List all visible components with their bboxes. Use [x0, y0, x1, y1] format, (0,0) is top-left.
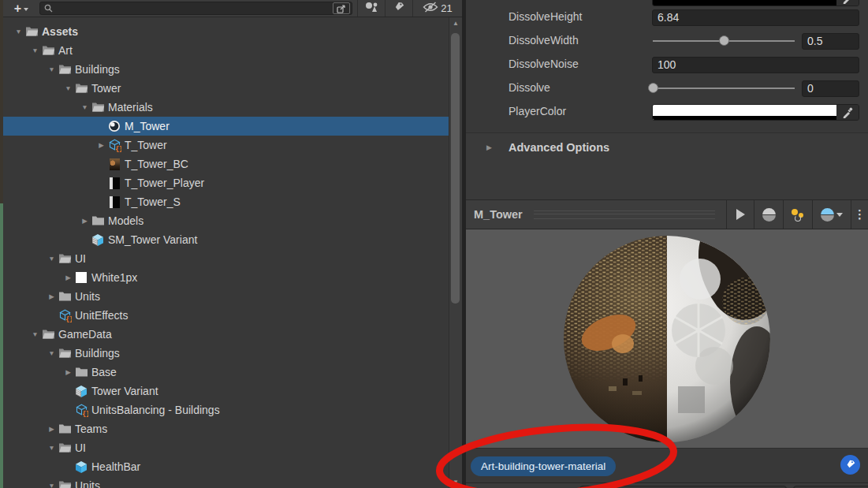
property-value-field[interactable]: 6.84 [652, 9, 859, 26]
expander-closed-icon[interactable]: ▶ [79, 211, 91, 230]
tex-brown-icon [107, 157, 121, 171]
vertical-scrollbar[interactable]: ▲ ▼ [449, 17, 462, 488]
expander-open-icon[interactable]: ▼ [62, 79, 74, 98]
tree-row[interactable]: ▼UI [3, 438, 449, 457]
tree-item-label: GameData [58, 328, 112, 341]
tree-row[interactable]: Tower Variant [3, 382, 449, 400]
search-box[interactable] [39, 2, 352, 15]
object-picker-icon[interactable] [333, 2, 350, 14]
scrollbar-thumb[interactable] [451, 33, 460, 304]
tree-row[interactable]: ▶Units [3, 287, 449, 306]
create-button[interactable]: + [3, 0, 39, 17]
expander-closed-icon[interactable]: ▶ [95, 136, 107, 155]
tree-row[interactable]: ▼Buildings [3, 344, 449, 363]
tree-item-label: Buildings [75, 347, 120, 359]
tree-row[interactable]: SM_Tower Variant [3, 230, 449, 249]
scroll-up-icon[interactable]: ▲ [449, 20, 462, 27]
expander-open-icon[interactable]: ▼ [46, 344, 58, 363]
slider-value-field[interactable]: 0.5 [802, 33, 859, 50]
asset-label-button[interactable] [840, 455, 860, 475]
tex-bw-icon [107, 195, 121, 209]
preview-render-mode-button[interactable] [812, 200, 851, 229]
tree-row[interactable]: ▼Units [3, 476, 449, 488]
tree-row[interactable]: ▼Buildings [3, 60, 449, 79]
slider-value-field[interactable]: 0 [802, 80, 859, 97]
tree-row[interactable]: T_Tower_BC [3, 155, 449, 173]
preview-header: M_Tower ⋮ [466, 199, 868, 229]
expander-open-icon[interactable]: ▼ [46, 60, 58, 79]
preview-lighting-button[interactable] [783, 200, 812, 229]
folder-open-icon [24, 24, 39, 39]
expander-open-icon[interactable]: ▼ [46, 476, 58, 488]
preview-title: M_Tower [474, 208, 523, 221]
tree-row[interactable]: ▼Materials [3, 98, 449, 117]
tree-row[interactable]: M_Tower [3, 117, 449, 136]
property-value-field[interactable]: 100 [652, 57, 859, 73]
tree-row[interactable]: ▼Art [3, 41, 449, 60]
tree-row[interactable]: HealthBar [3, 457, 449, 476]
folder-open-icon [58, 441, 72, 455]
slider-thumb[interactable] [719, 35, 729, 46]
tree-row[interactable]: ▶{}T_Tower [3, 136, 449, 155]
tree-item-label: UI [75, 252, 86, 265]
preview-play-button[interactable] [726, 200, 754, 229]
slider-thumb[interactable] [648, 83, 658, 93]
expander-closed-icon[interactable]: ▶ [62, 268, 74, 287]
search-by-type-button[interactable] [357, 0, 385, 17]
preview-more-button[interactable]: ⋮ [851, 200, 868, 229]
expander-open-icon[interactable]: ▼ [29, 41, 41, 60]
color-field-partial[interactable] [652, 0, 859, 6]
advanced-options-label: Advanced Options [509, 141, 609, 154]
partial-color-swatch[interactable] [653, 0, 836, 6]
expander-closed-icon[interactable]: ▶ [46, 287, 58, 306]
search-by-label-button[interactable] [385, 0, 412, 17]
tree-row[interactable]: ▼Tower [3, 79, 449, 98]
expander-open-icon[interactable]: ▼ [13, 22, 24, 41]
expander-closed-icon[interactable]: ▶ [46, 419, 58, 438]
scriptobj-icon: {} [107, 138, 121, 152]
tree-row[interactable]: T_Tower_S [3, 192, 449, 211]
tree-row[interactable]: {}UnitsBalancing - Buildings [3, 400, 449, 419]
tree-item-label: Models [108, 214, 143, 227]
material-preview-sphere [560, 232, 774, 446]
material-preview-area[interactable] [466, 229, 868, 448]
tree-row[interactable]: T_Tower_Player [3, 173, 449, 192]
scene-visibility-button[interactable]: 21 [412, 0, 462, 17]
expander-open-icon[interactable]: ▼ [46, 249, 58, 268]
folder-closed-icon [58, 289, 72, 304]
preview-drag-handle[interactable] [534, 210, 715, 219]
expander-open-icon[interactable]: ▼ [46, 438, 58, 457]
eyedropper-icon[interactable] [836, 0, 859, 6]
project-toolbar: + [3, 0, 462, 17]
tree-row[interactable]: ▼GameData [3, 325, 449, 344]
expander-closed-icon[interactable]: ▶ [62, 363, 74, 382]
tree-item-label: White1px [91, 271, 137, 284]
folder-open-icon [58, 62, 72, 76]
tree-row[interactable]: ▶Models [3, 211, 449, 230]
tree-row[interactable]: ▶White1px [3, 268, 449, 287]
tex-bw-icon [107, 176, 121, 190]
tree-row[interactable]: ▶Teams [3, 419, 449, 438]
prefab-variant-icon [91, 233, 105, 247]
advanced-options-header[interactable]: ▶ Advanced Options [466, 133, 868, 162]
color-field[interactable] [652, 104, 859, 121]
asset-label-badge[interactable]: Art-building-tower-material [471, 456, 616, 476]
tree-item-label: M_Tower [125, 120, 170, 132]
tree-row[interactable]: ▼Assets [3, 22, 449, 41]
prefab-icon [74, 460, 88, 474]
project-tree: ▼Assets▼Art▼Buildings▼Tower▼MaterialsM_T… [3, 17, 449, 488]
folder-closed-icon [91, 214, 105, 228]
eyedropper-icon[interactable] [836, 105, 859, 120]
preview-shape-button[interactable] [754, 200, 783, 229]
tree-row[interactable]: {}UnitEffects [3, 306, 449, 325]
expander-open-icon[interactable]: ▼ [29, 325, 41, 344]
expander-open-icon[interactable]: ▼ [79, 98, 91, 117]
color-swatch[interactable] [653, 105, 836, 120]
tree-row[interactable]: ▶Base [3, 363, 449, 382]
slider-track[interactable] [653, 88, 795, 89]
material-properties: DissolveHeight6.84DissolveWidth0.5Dissol… [466, 0, 868, 132]
property-row: Dissolve0 [466, 80, 868, 97]
scroll-down-icon[interactable]: ▼ [449, 479, 462, 486]
search-input[interactable] [56, 2, 330, 15]
tree-row[interactable]: ▼UI [3, 249, 449, 268]
